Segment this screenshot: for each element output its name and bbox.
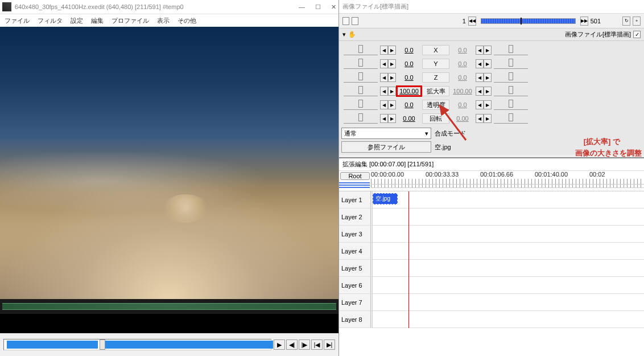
param-slider-right[interactable] [494, 100, 528, 110]
param-slider-right[interactable] [494, 59, 528, 69]
dec-right-button[interactable]: ◀ [476, 87, 484, 96]
param-rval[interactable]: 0.0 [449, 60, 476, 67]
param-slider-left[interactable] [344, 45, 378, 55]
dec-right-button[interactable]: ◀ [476, 46, 484, 55]
blend-mode-select[interactable]: 通常 ▾ [341, 128, 431, 139]
dec-right-button[interactable]: ◀ [476, 114, 484, 123]
dec-left-button[interactable]: ◀ [380, 73, 388, 82]
param-slider-right[interactable] [494, 113, 528, 124]
inc-right-button[interactable]: ▶ [484, 100, 492, 109]
layer-track[interactable] [371, 311, 644, 328]
menu-other[interactable]: その他 [177, 17, 196, 25]
param-lval[interactable]: 0.0 [396, 74, 422, 81]
close-button[interactable]: ✕ [331, 3, 336, 11]
param-rval[interactable]: 100.00 [449, 88, 476, 95]
dec-left-button[interactable]: ◀ [380, 114, 388, 123]
menu-file[interactable]: ファイル [5, 17, 30, 25]
menu-view[interactable]: 表示 [157, 17, 170, 25]
step-back-button[interactable]: ◀| [286, 339, 298, 350]
scissors-icon[interactable] [342, 17, 349, 25]
layer-label[interactable]: Layer 5 [339, 260, 371, 276]
layer-label[interactable]: Layer 1 [339, 191, 371, 208]
dec-right-button[interactable]: ◀ [476, 73, 484, 82]
inc-left-button[interactable]: ▶ [388, 59, 396, 68]
scrub-range-left[interactable] [7, 341, 98, 349]
inc-left-button[interactable]: ▶ [388, 100, 396, 109]
layer-track[interactable] [371, 226, 644, 242]
param-label[interactable]: 回転 [422, 113, 449, 124]
layer-track[interactable] [371, 260, 644, 276]
layer-label[interactable]: Layer 3 [339, 226, 371, 242]
add-button[interactable]: + [633, 17, 641, 26]
param-rval[interactable]: 0.0 [449, 47, 476, 54]
layer-track[interactable] [371, 208, 644, 225]
step-fwd-button[interactable]: |▶ [299, 339, 310, 350]
frame-track[interactable] [481, 18, 576, 24]
frame-range[interactable] [481, 19, 575, 23]
dec-right-button[interactable]: ◀ [476, 59, 484, 68]
dec-left-button[interactable]: ◀ [380, 87, 388, 96]
param-lval[interactable]: 0.0 [396, 60, 422, 67]
param-rval[interactable]: 0.0 [449, 101, 476, 108]
scrub-range-right[interactable] [105, 341, 273, 349]
timeline-clip[interactable]: 空.jpg [373, 193, 398, 204]
param-lval[interactable]: 0.00 [396, 115, 422, 122]
layer-track[interactable] [371, 243, 644, 259]
param-lval[interactable]: 0.0 [396, 101, 422, 108]
param-slider-left[interactable] [344, 100, 378, 110]
param-label[interactable]: Z [422, 72, 449, 83]
hand-icon[interactable]: ✋ [348, 31, 356, 38]
maximize-button[interactable]: ☐ [315, 3, 321, 11]
menu-edit[interactable]: 編集 [91, 17, 104, 25]
layer-label[interactable]: Layer 2 [339, 208, 371, 225]
play-button[interactable]: ▶ [274, 339, 285, 350]
param-label[interactable]: X [422, 45, 449, 55]
param-slider-right[interactable] [494, 45, 528, 55]
go-end-button[interactable]: ▶| [324, 339, 335, 350]
reload-button[interactable]: ↻ [622, 17, 630, 26]
param-rval[interactable]: 0.0 [449, 74, 476, 81]
menu-profile[interactable]: プロファイル [112, 17, 149, 25]
param-rval[interactable]: 0.00 [449, 115, 476, 122]
param-slider-right[interactable] [494, 72, 528, 83]
root-button[interactable]: Root [340, 172, 370, 180]
inc-left-button[interactable]: ▶ [388, 87, 396, 96]
param-slider-left[interactable] [344, 113, 378, 124]
dec-left-button[interactable]: ◀ [380, 59, 388, 68]
frame-rewind-button[interactable]: ◀◀ [468, 17, 476, 26]
menu-filter[interactable]: フィルタ [38, 17, 63, 25]
menu-settings[interactable]: 設定 [71, 17, 83, 25]
inc-right-button[interactable]: ▶ [484, 87, 492, 96]
param-label[interactable]: 透明度 [422, 100, 449, 110]
frame-marker[interactable] [521, 18, 522, 24]
copy-icon[interactable] [352, 17, 358, 25]
reference-file-button[interactable]: 参照ファイル [341, 141, 431, 153]
inc-right-button[interactable]: ▶ [484, 73, 492, 82]
scrub-track[interactable] [3, 339, 271, 350]
go-start-button[interactable]: |◀ [311, 339, 323, 350]
layer-label[interactable]: Layer 6 [339, 277, 371, 293]
inc-left-button[interactable]: ▶ [388, 114, 396, 123]
inc-left-button[interactable]: ▶ [388, 73, 396, 82]
param-slider-right[interactable] [494, 86, 528, 96]
param-slider-left[interactable] [344, 59, 378, 69]
layer-track[interactable] [371, 294, 644, 310]
dec-left-button[interactable]: ◀ [380, 100, 388, 109]
param-slider-left[interactable] [344, 86, 378, 96]
param-lval[interactable]: 0.0 [396, 47, 422, 54]
frame-ffwd-button[interactable]: ▶▶ [580, 17, 588, 26]
playhead[interactable] [408, 191, 409, 328]
param-slider-left[interactable] [344, 72, 378, 83]
minimize-button[interactable]: — [299, 3, 305, 11]
enabled-checkbox[interactable]: ✓ [633, 31, 641, 38]
layer-track[interactable]: 空.jpg [371, 191, 644, 208]
layer-track[interactable] [371, 277, 644, 293]
param-lval[interactable]: 100.00 [396, 85, 422, 97]
inc-right-button[interactable]: ▶ [484, 114, 492, 123]
inc-right-button[interactable]: ▶ [484, 46, 492, 55]
inc-left-button[interactable]: ▶ [388, 46, 396, 55]
layer-label[interactable]: Layer 7 [339, 294, 371, 310]
param-label[interactable]: Y [422, 59, 449, 69]
dec-right-button[interactable]: ◀ [476, 100, 484, 109]
layer-label[interactable]: Layer 4 [339, 243, 371, 259]
